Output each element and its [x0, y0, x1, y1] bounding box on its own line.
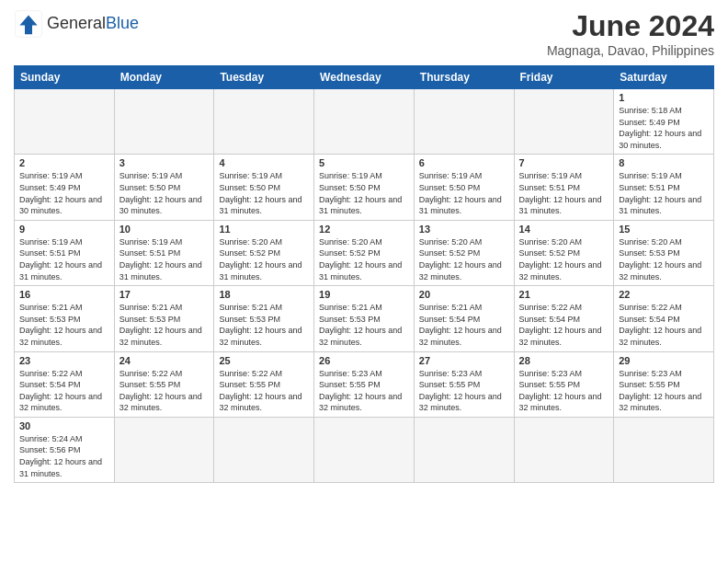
calendar-cell: [314, 417, 415, 482]
day-info: Sunrise: 5:19 AMSunset: 5:50 PMDaylight:…: [119, 170, 210, 216]
calendar-cell: 25Sunrise: 5:22 AMSunset: 5:55 PMDayligh…: [214, 351, 314, 417]
day-info: Sunrise: 5:21 AMSunset: 5:53 PMDaylight:…: [319, 302, 409, 348]
calendar-cell: 19Sunrise: 5:21 AMSunset: 5:53 PMDayligh…: [314, 286, 415, 351]
logo-icon: [14, 9, 43, 39]
weekday-header-row: SundayMondayTuesdayWednesdayThursdayFrid…: [15, 66, 714, 89]
day-info: Sunrise: 5:20 AMSunset: 5:52 PMDaylight:…: [219, 236, 309, 282]
calendar-cell: [314, 89, 415, 155]
day-number: 27: [419, 355, 509, 366]
calendar-cell: 28Sunrise: 5:23 AMSunset: 5:55 PMDayligh…: [514, 351, 614, 417]
day-info: Sunrise: 5:19 AMSunset: 5:50 PMDaylight:…: [419, 170, 509, 216]
day-number: 24: [119, 355, 210, 366]
calendar-cell: [214, 89, 314, 155]
calendar-cell: 14Sunrise: 5:20 AMSunset: 5:52 PMDayligh…: [514, 220, 614, 285]
calendar-cell: 4Sunrise: 5:19 AMSunset: 5:50 PMDaylight…: [214, 155, 314, 220]
day-info: Sunrise: 5:20 AMSunset: 5:52 PMDaylight:…: [519, 236, 609, 282]
day-info: Sunrise: 5:19 AMSunset: 5:51 PMDaylight:…: [119, 236, 210, 282]
day-info: Sunrise: 5:21 AMSunset: 5:53 PMDaylight:…: [119, 302, 210, 348]
calendar-cell: 27Sunrise: 5:23 AMSunset: 5:55 PMDayligh…: [414, 351, 514, 417]
day-info: Sunrise: 5:19 AMSunset: 5:50 PMDaylight:…: [319, 170, 409, 216]
calendar-cell: [414, 417, 514, 482]
day-number: 26: [319, 355, 409, 366]
day-number: 14: [519, 224, 609, 235]
day-info: Sunrise: 5:22 AMSunset: 5:55 PMDaylight:…: [219, 368, 309, 414]
day-info: Sunrise: 5:23 AMSunset: 5:55 PMDaylight:…: [419, 368, 509, 414]
calendar-cell: 13Sunrise: 5:20 AMSunset: 5:52 PMDayligh…: [414, 220, 514, 285]
calendar-cell: 17Sunrise: 5:21 AMSunset: 5:53 PMDayligh…: [114, 286, 214, 351]
day-info: Sunrise: 5:20 AMSunset: 5:52 PMDaylight:…: [319, 236, 409, 282]
calendar-cell: 15Sunrise: 5:20 AMSunset: 5:53 PMDayligh…: [614, 220, 714, 285]
weekday-header-thursday: Thursday: [414, 66, 514, 89]
day-info: Sunrise: 5:21 AMSunset: 5:54 PMDaylight:…: [419, 302, 509, 348]
calendar-cell: 24Sunrise: 5:22 AMSunset: 5:55 PMDayligh…: [114, 351, 214, 417]
week-row-5: 23Sunrise: 5:22 AMSunset: 5:54 PMDayligh…: [15, 351, 714, 417]
day-info: Sunrise: 5:19 AMSunset: 5:50 PMDaylight:…: [219, 170, 309, 216]
day-info: Sunrise: 5:21 AMSunset: 5:53 PMDaylight:…: [19, 302, 109, 348]
day-number: 22: [619, 289, 709, 300]
calendar-cell: 21Sunrise: 5:22 AMSunset: 5:54 PMDayligh…: [514, 286, 614, 351]
calendar-cell: 1Sunrise: 5:18 AMSunset: 5:49 PMDaylight…: [614, 89, 714, 155]
calendar-cell: 20Sunrise: 5:21 AMSunset: 5:54 PMDayligh…: [414, 286, 514, 351]
day-number: 10: [119, 224, 210, 235]
day-number: 4: [219, 157, 309, 168]
calendar-cell: 23Sunrise: 5:22 AMSunset: 5:54 PMDayligh…: [15, 351, 115, 417]
day-number: 9: [19, 224, 109, 235]
day-number: 18: [219, 289, 309, 300]
day-info: Sunrise: 5:19 AMSunset: 5:51 PMDaylight:…: [519, 170, 609, 216]
calendar-cell: 7Sunrise: 5:19 AMSunset: 5:51 PMDaylight…: [514, 155, 614, 220]
day-number: 11: [219, 224, 309, 235]
logo: GeneralBlue: [14, 9, 139, 39]
calendar-cell: 10Sunrise: 5:19 AMSunset: 5:51 PMDayligh…: [114, 220, 214, 285]
weekday-header-friday: Friday: [514, 66, 614, 89]
day-number: 6: [419, 157, 509, 168]
week-row-4: 16Sunrise: 5:21 AMSunset: 5:53 PMDayligh…: [15, 286, 714, 351]
day-number: 12: [319, 224, 409, 235]
week-row-3: 9Sunrise: 5:19 AMSunset: 5:51 PMDaylight…: [15, 220, 714, 285]
calendar-cell: [114, 89, 214, 155]
week-row-1: 1Sunrise: 5:18 AMSunset: 5:49 PMDaylight…: [15, 89, 714, 155]
calendar-cell: [114, 417, 214, 482]
calendar-table: SundayMondayTuesdayWednesdayThursdayFrid…: [14, 65, 714, 483]
calendar-cell: 3Sunrise: 5:19 AMSunset: 5:50 PMDaylight…: [114, 155, 214, 220]
day-number: 20: [419, 289, 509, 300]
header: GeneralBlue June 2024 Magnaga, Davao, Ph…: [14, 9, 714, 58]
day-info: Sunrise: 5:20 AMSunset: 5:53 PMDaylight:…: [619, 236, 709, 282]
calendar-cell: 22Sunrise: 5:22 AMSunset: 5:54 PMDayligh…: [614, 286, 714, 351]
weekday-header-wednesday: Wednesday: [314, 66, 415, 89]
logo-text: GeneralBlue: [47, 15, 139, 33]
day-number: 7: [519, 157, 609, 168]
day-info: Sunrise: 5:22 AMSunset: 5:54 PMDaylight:…: [619, 302, 709, 348]
day-info: Sunrise: 5:23 AMSunset: 5:55 PMDaylight:…: [619, 368, 709, 414]
day-info: Sunrise: 5:21 AMSunset: 5:53 PMDaylight:…: [219, 302, 309, 348]
day-info: Sunrise: 5:22 AMSunset: 5:55 PMDaylight:…: [119, 368, 210, 414]
weekday-header-sunday: Sunday: [15, 66, 115, 89]
calendar-cell: 11Sunrise: 5:20 AMSunset: 5:52 PMDayligh…: [214, 220, 314, 285]
calendar-cell: 18Sunrise: 5:21 AMSunset: 5:53 PMDayligh…: [214, 286, 314, 351]
day-info: Sunrise: 5:19 AMSunset: 5:51 PMDaylight:…: [19, 236, 109, 282]
day-number: 25: [219, 355, 309, 366]
day-number: 3: [119, 157, 210, 168]
day-info: Sunrise: 5:18 AMSunset: 5:49 PMDaylight:…: [619, 105, 709, 151]
title-area: June 2024 Magnaga, Davao, Philippines: [547, 9, 714, 58]
calendar-title: June 2024: [547, 9, 714, 43]
day-number: 1: [619, 92, 709, 103]
calendar-cell: [614, 417, 714, 482]
weekday-header-tuesday: Tuesday: [214, 66, 314, 89]
calendar-cell: [514, 417, 614, 482]
calendar-cell: 30Sunrise: 5:24 AMSunset: 5:56 PMDayligh…: [15, 417, 115, 482]
day-number: 15: [619, 224, 709, 235]
day-number: 21: [519, 289, 609, 300]
day-number: 2: [19, 157, 109, 168]
day-info: Sunrise: 5:19 AMSunset: 5:49 PMDaylight:…: [19, 170, 109, 216]
calendar-cell: 9Sunrise: 5:19 AMSunset: 5:51 PMDaylight…: [15, 220, 115, 285]
calendar-cell: 8Sunrise: 5:19 AMSunset: 5:51 PMDaylight…: [614, 155, 714, 220]
calendar-cell: [15, 89, 115, 155]
week-row-2: 2Sunrise: 5:19 AMSunset: 5:49 PMDaylight…: [15, 155, 714, 220]
day-number: 29: [619, 355, 709, 366]
calendar-cell: 12Sunrise: 5:20 AMSunset: 5:52 PMDayligh…: [314, 220, 415, 285]
calendar-cell: 2Sunrise: 5:19 AMSunset: 5:49 PMDaylight…: [15, 155, 115, 220]
day-number: 19: [319, 289, 409, 300]
day-info: Sunrise: 5:19 AMSunset: 5:51 PMDaylight:…: [619, 170, 709, 216]
calendar-cell: [414, 89, 514, 155]
day-number: 8: [619, 157, 709, 168]
